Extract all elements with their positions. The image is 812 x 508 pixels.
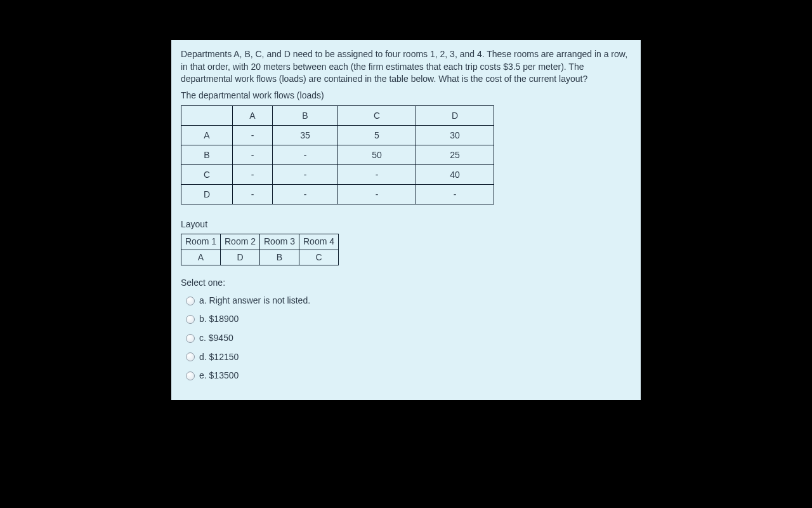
option-label: d. $12150: [199, 351, 239, 364]
loads-cell: 35: [273, 126, 338, 145]
loads-cell: -: [338, 165, 416, 185]
layout-assign-1: A: [181, 250, 221, 265]
radio-icon[interactable]: [186, 352, 195, 361]
radio-icon[interactable]: [186, 315, 195, 324]
loads-cell: -: [233, 126, 273, 145]
option-label: b. $18900: [199, 313, 239, 326]
loads-header-A: A: [233, 106, 273, 126]
loads-cell: 5: [338, 126, 416, 145]
loads-cell: -: [273, 145, 338, 165]
loads-rowhead-A: A: [181, 126, 233, 145]
problem-text: Departments A, B, C, and D need to be as…: [181, 48, 631, 86]
layout-room-3: Room 3: [260, 234, 299, 250]
loads-header-D: D: [416, 106, 494, 126]
loads-rowhead-B: B: [181, 145, 233, 165]
layout-assign-4: C: [299, 250, 339, 265]
loads-header-blank: [181, 106, 233, 126]
loads-cell: -: [416, 185, 494, 204]
question-body: Departments A, B, C, and D need to be as…: [171, 40, 641, 400]
loads-cell: 25: [416, 145, 494, 165]
select-one-label: Select one:: [181, 277, 631, 290]
radio-icon[interactable]: [186, 297, 195, 305]
radio-icon[interactable]: [186, 334, 195, 343]
layout-assign-2: D: [221, 250, 260, 265]
loads-rowhead-D: D: [181, 185, 233, 204]
layout-assign-3: B: [260, 250, 299, 265]
radio-icon[interactable]: [186, 371, 195, 380]
loads-heading: The departmental work flows (loads): [181, 90, 631, 102]
option-c[interactable]: c. $9450: [181, 332, 631, 345]
loads-header-B: B: [273, 106, 338, 126]
loads-cell: -: [273, 165, 338, 185]
loads-cell: 50: [338, 145, 416, 165]
loads-cell: -: [338, 185, 416, 204]
loads-cell: 40: [416, 165, 494, 185]
layout-room-2: Room 2: [221, 234, 260, 250]
option-d[interactable]: d. $12150: [181, 351, 631, 364]
layout-table: Room 1 Room 2 Room 3 Room 4 A D B C: [181, 234, 339, 265]
option-b[interactable]: b. $18900: [181, 313, 631, 326]
question-card: Departments A, B, C, and D need to be as…: [171, 40, 641, 400]
option-label: c. $9450: [199, 332, 233, 345]
layout-room-1: Room 1: [181, 234, 221, 250]
layout-room-4: Room 4: [299, 234, 339, 250]
loads-cell: -: [233, 145, 273, 165]
layout-heading: Layout: [181, 218, 631, 231]
answer-options: a. Right answer is not listed. b. $18900…: [181, 295, 631, 382]
loads-cell: 30: [416, 126, 494, 145]
option-a[interactable]: a. Right answer is not listed.: [181, 295, 631, 307]
loads-table: A B C D A - 35 5 30 B - - 50 25 C -: [181, 105, 494, 204]
option-label: e. $13500: [199, 370, 239, 382]
loads-header-C: C: [338, 106, 416, 126]
loads-cell: -: [233, 165, 273, 185]
loads-cell: -: [233, 185, 273, 204]
option-label: a. Right answer is not listed.: [199, 295, 310, 307]
loads-cell: -: [273, 185, 338, 204]
option-e[interactable]: e. $13500: [181, 370, 631, 382]
loads-rowhead-C: C: [181, 165, 233, 185]
